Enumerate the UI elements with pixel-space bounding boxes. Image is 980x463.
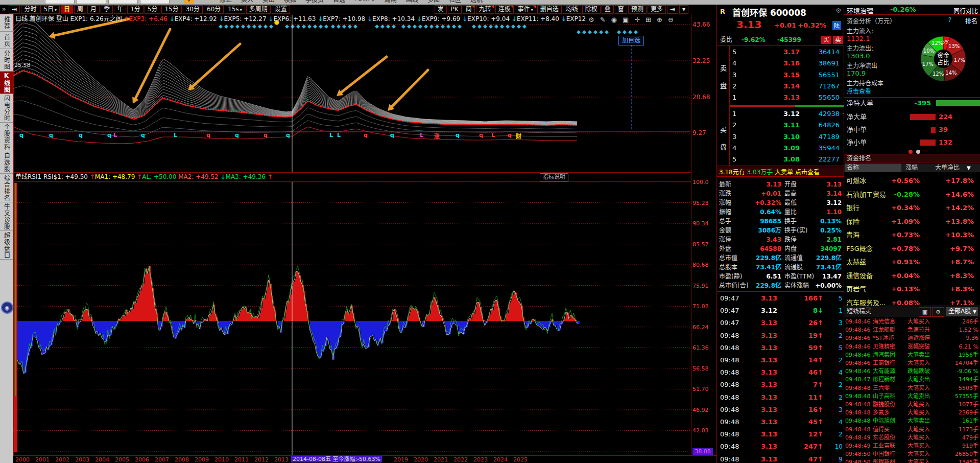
sidebar-item[interactable]: 首页 <box>0 32 13 49</box>
sidebar-item[interactable]: 综合排名 <box>0 174 13 202</box>
menu-item[interactable]: F10/F9 <box>354 0 375 4</box>
menu-item[interactable]: 多图 <box>427 0 440 4</box>
toolbar-button[interactable]: 60分 <box>204 5 224 14</box>
alert-row[interactable]: 09:48:46工商银行大笔买入14704手 <box>844 359 980 367</box>
alert-row[interactable]: 09:48:49东芯股份大笔买入479手 <box>844 434 980 442</box>
sector-row[interactable]: 银行+0.34%+14.2% <box>844 201 980 215</box>
sector-row[interactable]: 青海+0.73%+10.3% <box>844 228 980 242</box>
toolbar-button[interactable]: 设置 <box>272 5 290 14</box>
eye-icon[interactable]: ◉ <box>611 16 617 24</box>
hand-icon[interactable]: ✛ <box>634 16 640 24</box>
toolbar-button[interactable]: 九转 <box>476 5 494 14</box>
toolbar-button[interactable]: PK <box>448 5 462 14</box>
sidebar-item[interactable]: 牛叉诊股 <box>0 202 13 231</box>
toolbar-button[interactable]: 事件▾ <box>515 5 536 14</box>
trade-row[interactable]: 09:483.137↑2 <box>717 379 844 391</box>
menu-item[interactable]: 周期 <box>385 0 397 4</box>
col-change[interactable]: 涨幅 <box>905 164 918 172</box>
sidebar-item[interactable]: 个股资料 <box>0 123 13 151</box>
trade-row[interactable]: 09:483.1345↑4 <box>717 416 844 428</box>
order-book-row[interactable]: 23.1164826+10 <box>730 120 844 131</box>
order-book-row[interactable]: 53.0822277 <box>730 154 844 165</box>
sector-row[interactable]: 页岩气+0.13%+8.3% <box>844 283 980 296</box>
view-link[interactable]: 点击查看 <box>847 86 871 95</box>
sector-row[interactable]: 通信设备+0.04%+8.3% <box>844 269 980 283</box>
toolbar-button[interactable]: 15分 <box>161 5 181 14</box>
trade-row[interactable]: 09:473.13166↑5 <box>717 292 844 305</box>
order-book-row[interactable]: 43.0935944 <box>730 143 844 154</box>
toolbar-button[interactable]: 窗 <box>615 5 627 14</box>
rank-link[interactable]: 排名 <box>965 16 977 25</box>
menu-item[interactable]: 远航 <box>470 0 483 4</box>
toolbar-button[interactable] <box>45 0 75 4</box>
toolbar-button[interactable]: 简 <box>463 5 475 14</box>
toolbar-button[interactable]: 均线 <box>563 5 581 14</box>
alert-row[interactable]: 09:48:50彤程新材大笔买入1345手 <box>844 458 980 463</box>
alert-row[interactable]: 09:48:50中国银行大笔买入26850手 <box>844 450 980 458</box>
toolbar-button[interactable] <box>140 0 170 4</box>
menu-item[interactable]: 修正 <box>220 0 232 4</box>
pencil-icon[interactable]: ✎ <box>600 16 606 24</box>
sell-button[interactable]: 卖 <box>833 36 843 44</box>
toolbar-button[interactable]: 年 <box>114 5 126 14</box>
popout-icon[interactable]: ▣ <box>919 307 931 317</box>
alert-row[interactable]: 09:48:48中际旭创大笔卖出161手 <box>844 417 980 425</box>
toolbar-button[interactable] <box>77 0 106 4</box>
alert-row[interactable]: 09:48:46大有能源跌幅跌破-9.06 % <box>844 367 980 376</box>
trade-row[interactable]: 09:483.1316↑3 <box>717 404 844 416</box>
alerts-filter-dropdown[interactable]: 全部A股 ▼ <box>946 307 978 316</box>
alert-row[interactable]: 09:48:47彤程新材大笔卖出1494手 <box>844 376 980 384</box>
menu-item[interactable]: 模拟 <box>284 0 296 4</box>
indicator-help-button[interactable]: 指标说明 <box>540 173 568 181</box>
toolbar-button[interactable]: 1分 <box>127 5 144 14</box>
eye-floating-button[interactable]: ◉ <box>1 302 13 314</box>
toolbar-button[interactable]: 分时 <box>21 5 39 14</box>
toolbar-button[interactable]: 季 <box>101 5 113 14</box>
sector-row[interactable]: 可燃冰+0.56%+17.8% <box>844 174 980 188</box>
toolbar-button[interactable]: 更多 <box>648 5 666 14</box>
toolbar-button[interactable]: 预测 <box>628 5 647 14</box>
sidebar-item[interactable]: 闪电分时 <box>0 94 13 123</box>
toolbar-button[interactable]: 15s▾ <box>225 5 245 14</box>
sector-row[interactable]: 保险+1.09%+13.8% <box>844 215 980 228</box>
trade-row[interactable]: 09:483.1347↑9 <box>717 453 844 463</box>
alert-row[interactable]: 09:48:46*ST沐邦逼近涨停9.36 <box>844 334 980 342</box>
menu-item[interactable]: 自选 <box>333 0 345 4</box>
toolbar-button[interactable]: 日 <box>61 5 73 14</box>
big-order-ticker[interactable]: 3.18元有 3.03万手 大卖单 点击查看 <box>717 167 844 177</box>
toolbar-button[interactable]: ⇥ <box>667 5 678 14</box>
add-watchlist-button[interactable]: 加自选 <box>618 36 644 45</box>
gear-icon[interactable]: ⚙ <box>588 16 594 24</box>
trade-row[interactable]: 09:483.1312↑2 <box>717 428 844 441</box>
zoom-out-icon[interactable]: ⊖ <box>668 16 674 24</box>
toolbar-button[interactable]: 除权 <box>582 5 601 14</box>
dropdown-chevron-icon[interactable]: ▼ <box>184 0 194 4</box>
trade-row[interactable]: 09:483.1319↑2 <box>717 330 844 342</box>
sector-row[interactable]: 太赫兹+0.91%+8.7% <box>844 256 980 269</box>
alert-row[interactable]: 09:48:46江龙船艇急速拉升1.52 % <box>844 326 980 334</box>
trade-row[interactable]: 09:483.1346↑4 <box>717 366 844 379</box>
peer-compare-link[interactable]: 同行对比 <box>953 6 978 15</box>
order-book-row[interactable]: 53.1736414 <box>730 47 844 58</box>
order-book-row[interactable]: 13.1355650-94 <box>730 92 844 103</box>
gear-icon[interactable]: ⚙ <box>932 307 944 317</box>
page-dot-active[interactable] <box>909 150 913 154</box>
alert-row[interactable]: 09:48:48融捷股份大笔买入1077手 <box>844 401 980 409</box>
toolbar-button[interactable]: 月 <box>87 5 100 14</box>
toolbar-button[interactable] <box>108 0 138 4</box>
order-book-row[interactable]: 23.1471267+70 <box>730 81 844 92</box>
toolbar-button[interactable]: 30分 <box>183 5 203 14</box>
sidebar-item[interactable]: 分时图 <box>0 49 13 72</box>
alert-row[interactable]: 09:48:46贝隆精密涨幅突破6.21 % <box>844 343 980 351</box>
order-book-row[interactable]: 43.1638691 <box>730 58 844 69</box>
order-book-row[interactable]: 33.1556551 <box>730 70 844 81</box>
sort-down-icon[interactable]: ▼ <box>967 164 971 172</box>
toolbar-button[interactable]: 5分 <box>145 5 161 14</box>
order-book-row[interactable]: 13.1242938+439 <box>730 108 844 120</box>
sidebar-item[interactable]: 自选股 <box>0 151 13 174</box>
toolbar-button[interactable]: 叠 <box>602 5 614 14</box>
lock-icon[interactable]: ⊞ <box>646 16 651 24</box>
toolbar-button[interactable]: 周 <box>74 5 86 14</box>
menu-item[interactable]: 社区 <box>449 0 461 4</box>
menu-item[interactable]: 卖出 <box>262 0 275 4</box>
